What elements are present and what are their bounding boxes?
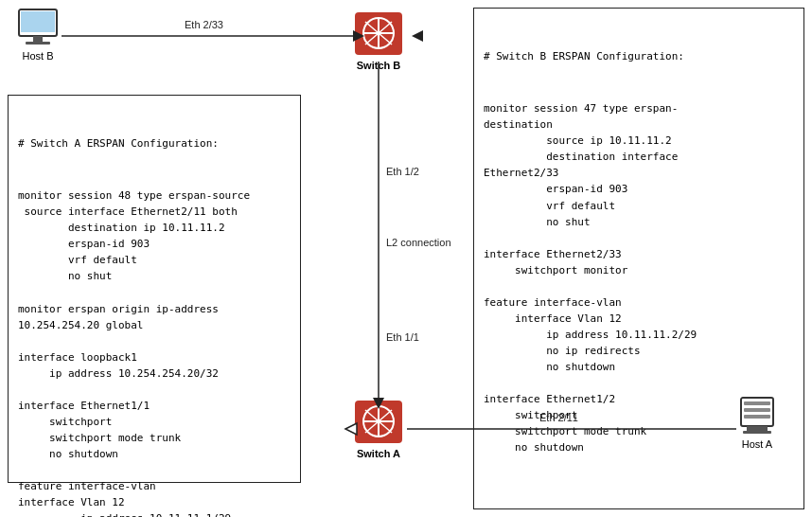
svg-rect-20	[747, 426, 768, 431]
config-box-switch-a: # Switch A ERSPAN Configuration: monitor…	[8, 95, 301, 483]
svg-marker-27	[412, 30, 423, 42]
svg-rect-18	[744, 408, 770, 412]
l2-connection-label: L2 connection	[386, 237, 451, 248]
host-a-label: Host A	[742, 438, 772, 450]
eth-label-1-2: Eth 1/2	[386, 166, 419, 177]
switch-icon-b	[350, 8, 407, 60]
svg-rect-3	[26, 42, 50, 45]
svg-rect-19	[744, 415, 770, 419]
switch-a-label: Switch A	[357, 448, 400, 459]
eth-label-1-1: Eth 1/1	[386, 331, 419, 343]
eth-label-2-33: Eth 2/33	[185, 19, 223, 30]
host-a: Host A	[733, 396, 781, 450]
diagram-container: # Switch B ERSPAN Configuration: monitor…	[0, 0, 812, 517]
switch-a: Switch A	[350, 396, 407, 459]
svg-rect-2	[33, 36, 43, 42]
svg-rect-1	[21, 11, 55, 32]
config-a-title: # Switch A ERSPAN Configuration:	[18, 135, 291, 152]
switch-b: Switch B	[350, 8, 407, 71]
computer-icon-hostb	[14, 8, 62, 50]
config-b-title: # Switch B ERSPAN Configuration:	[484, 48, 794, 64]
computer-icon-hosta	[733, 396, 781, 438]
svg-rect-17	[744, 401, 770, 405]
host-b-label: Host B	[22, 50, 53, 62]
host-b: Host B	[14, 8, 62, 62]
config-a-content: monitor session 48 type erspan-source so…	[18, 187, 291, 517]
switch-b-label: Switch B	[357, 60, 400, 71]
svg-rect-21	[743, 431, 771, 434]
switch-icon-a	[350, 396, 407, 448]
